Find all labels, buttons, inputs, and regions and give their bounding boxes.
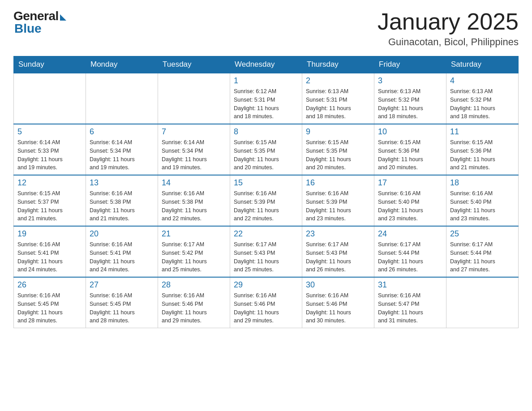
day-number: 2 [306, 76, 370, 86]
day-info: Sunrise: 6:16 AM Sunset: 5:38 PM Dayligh… [90, 189, 154, 223]
page-header: General Blue January 2025 Guinacotan, Bi… [13, 9, 519, 48]
day-number: 4 [450, 76, 515, 86]
calendar-cell: 26Sunrise: 6:16 AM Sunset: 5:45 PM Dayli… [14, 277, 86, 328]
calendar-cell: 28Sunrise: 6:16 AM Sunset: 5:46 PM Dayli… [158, 277, 230, 328]
day-number: 12 [17, 178, 82, 188]
calendar-header-friday: Friday [374, 56, 446, 73]
calendar-cell: 23Sunrise: 6:17 AM Sunset: 5:43 PM Dayli… [302, 226, 374, 277]
calendar-week-row: 12Sunrise: 6:15 AM Sunset: 5:37 PM Dayli… [14, 175, 519, 226]
day-info: Sunrise: 6:17 AM Sunset: 5:43 PM Dayligh… [306, 240, 370, 274]
calendar-cell [14, 73, 86, 124]
logo: General Blue [13, 9, 66, 36]
calendar-cell: 19Sunrise: 6:16 AM Sunset: 5:41 PM Dayli… [14, 226, 86, 277]
day-number: 18 [450, 178, 515, 188]
calendar-week-row: 5Sunrise: 6:14 AM Sunset: 5:33 PM Daylig… [14, 124, 519, 175]
day-number: 13 [90, 178, 154, 188]
day-info: Sunrise: 6:17 AM Sunset: 5:43 PM Dayligh… [234, 240, 298, 274]
calendar-cell [86, 73, 158, 124]
day-number: 17 [378, 178, 442, 188]
calendar-cell: 29Sunrise: 6:16 AM Sunset: 5:46 PM Dayli… [230, 277, 302, 328]
calendar-cell: 21Sunrise: 6:17 AM Sunset: 5:42 PM Dayli… [158, 226, 230, 277]
day-info: Sunrise: 6:15 AM Sunset: 5:35 PM Dayligh… [234, 138, 298, 172]
calendar-cell: 11Sunrise: 6:15 AM Sunset: 5:36 PM Dayli… [446, 124, 519, 175]
calendar-cell [446, 277, 519, 328]
calendar-header-sunday: Sunday [14, 56, 86, 73]
day-info: Sunrise: 6:14 AM Sunset: 5:34 PM Dayligh… [90, 138, 154, 172]
day-number: 3 [378, 76, 442, 86]
day-number: 14 [162, 178, 226, 188]
day-info: Sunrise: 6:16 AM Sunset: 5:41 PM Dayligh… [17, 240, 82, 274]
day-number: 6 [90, 127, 154, 137]
calendar-week-row: 19Sunrise: 6:16 AM Sunset: 5:41 PM Dayli… [14, 226, 519, 277]
day-number: 22 [234, 229, 298, 239]
calendar-cell: 7Sunrise: 6:14 AM Sunset: 5:34 PM Daylig… [158, 124, 230, 175]
day-number: 24 [378, 229, 442, 239]
day-info: Sunrise: 6:17 AM Sunset: 5:42 PM Dayligh… [162, 240, 226, 274]
day-number: 10 [378, 127, 442, 137]
calendar-cell: 1Sunrise: 6:12 AM Sunset: 5:31 PM Daylig… [230, 73, 302, 124]
day-info: Sunrise: 6:12 AM Sunset: 5:31 PM Dayligh… [234, 87, 298, 121]
calendar-cell: 8Sunrise: 6:15 AM Sunset: 5:35 PM Daylig… [230, 124, 302, 175]
logo-triangle-icon [60, 14, 66, 21]
day-info: Sunrise: 6:16 AM Sunset: 5:41 PM Dayligh… [90, 240, 154, 274]
day-info: Sunrise: 6:16 AM Sunset: 5:40 PM Dayligh… [450, 189, 515, 223]
calendar-cell: 25Sunrise: 6:17 AM Sunset: 5:44 PM Dayli… [446, 226, 519, 277]
day-number: 30 [306, 280, 370, 290]
day-number: 16 [306, 178, 370, 188]
day-info: Sunrise: 6:16 AM Sunset: 5:40 PM Dayligh… [378, 189, 442, 223]
day-info: Sunrise: 6:17 AM Sunset: 5:44 PM Dayligh… [450, 240, 515, 274]
calendar-header-saturday: Saturday [446, 56, 519, 73]
day-info: Sunrise: 6:16 AM Sunset: 5:45 PM Dayligh… [90, 291, 154, 325]
calendar-header-row: SundayMondayTuesdayWednesdayThursdayFrid… [14, 56, 519, 73]
day-number: 31 [378, 280, 442, 290]
day-number: 7 [162, 127, 226, 137]
day-number: 25 [450, 229, 515, 239]
day-number: 20 [90, 229, 154, 239]
day-number: 29 [234, 280, 298, 290]
calendar-cell: 13Sunrise: 6:16 AM Sunset: 5:38 PM Dayli… [86, 175, 158, 226]
day-info: Sunrise: 6:16 AM Sunset: 5:45 PM Dayligh… [17, 291, 82, 325]
calendar-cell: 22Sunrise: 6:17 AM Sunset: 5:43 PM Dayli… [230, 226, 302, 277]
logo-blue-text: Blue [14, 21, 42, 36]
day-number: 9 [306, 127, 370, 137]
calendar-cell: 10Sunrise: 6:15 AM Sunset: 5:36 PM Dayli… [374, 124, 446, 175]
calendar-cell: 17Sunrise: 6:16 AM Sunset: 5:40 PM Dayli… [374, 175, 446, 226]
day-info: Sunrise: 6:16 AM Sunset: 5:46 PM Dayligh… [162, 291, 226, 325]
day-info: Sunrise: 6:16 AM Sunset: 5:46 PM Dayligh… [306, 291, 370, 325]
day-number: 15 [234, 178, 298, 188]
calendar-table: SundayMondayTuesdayWednesdayThursdayFrid… [13, 56, 519, 328]
day-number: 26 [17, 280, 82, 290]
calendar-cell: 4Sunrise: 6:13 AM Sunset: 5:32 PM Daylig… [446, 73, 519, 124]
calendar-cell: 20Sunrise: 6:16 AM Sunset: 5:41 PM Dayli… [86, 226, 158, 277]
calendar-header-thursday: Thursday [302, 56, 374, 73]
day-info: Sunrise: 6:16 AM Sunset: 5:38 PM Dayligh… [162, 189, 226, 223]
calendar-header-tuesday: Tuesday [158, 56, 230, 73]
day-number: 19 [17, 229, 82, 239]
day-number: 23 [306, 229, 370, 239]
calendar-week-row: 1Sunrise: 6:12 AM Sunset: 5:31 PM Daylig… [14, 73, 519, 124]
calendar-cell: 30Sunrise: 6:16 AM Sunset: 5:46 PM Dayli… [302, 277, 374, 328]
calendar-cell: 2Sunrise: 6:13 AM Sunset: 5:31 PM Daylig… [302, 73, 374, 124]
day-info: Sunrise: 6:16 AM Sunset: 5:47 PM Dayligh… [378, 291, 442, 325]
day-number: 8 [234, 127, 298, 137]
calendar-cell: 15Sunrise: 6:16 AM Sunset: 5:39 PM Dayli… [230, 175, 302, 226]
calendar-cell: 12Sunrise: 6:15 AM Sunset: 5:37 PM Dayli… [14, 175, 86, 226]
day-info: Sunrise: 6:14 AM Sunset: 5:34 PM Dayligh… [162, 138, 226, 172]
calendar-header-wednesday: Wednesday [230, 56, 302, 73]
day-info: Sunrise: 6:13 AM Sunset: 5:31 PM Dayligh… [306, 87, 370, 121]
calendar-cell: 31Sunrise: 6:16 AM Sunset: 5:47 PM Dayli… [374, 277, 446, 328]
day-number: 21 [162, 229, 226, 239]
day-info: Sunrise: 6:15 AM Sunset: 5:36 PM Dayligh… [378, 138, 442, 172]
day-info: Sunrise: 6:14 AM Sunset: 5:33 PM Dayligh… [17, 138, 82, 172]
day-info: Sunrise: 6:13 AM Sunset: 5:32 PM Dayligh… [450, 87, 515, 121]
day-info: Sunrise: 6:15 AM Sunset: 5:37 PM Dayligh… [17, 189, 82, 223]
day-number: 11 [450, 127, 515, 137]
calendar-cell: 27Sunrise: 6:16 AM Sunset: 5:45 PM Dayli… [86, 277, 158, 328]
calendar-cell: 3Sunrise: 6:13 AM Sunset: 5:32 PM Daylig… [374, 73, 446, 124]
calendar-cell: 6Sunrise: 6:14 AM Sunset: 5:34 PM Daylig… [86, 124, 158, 175]
calendar-cell: 18Sunrise: 6:16 AM Sunset: 5:40 PM Dayli… [446, 175, 519, 226]
day-number: 27 [90, 280, 154, 290]
day-number: 28 [162, 280, 226, 290]
subtitle: Guinacotan, Bicol, Philippines [378, 36, 519, 48]
day-info: Sunrise: 6:15 AM Sunset: 5:36 PM Dayligh… [450, 138, 515, 172]
